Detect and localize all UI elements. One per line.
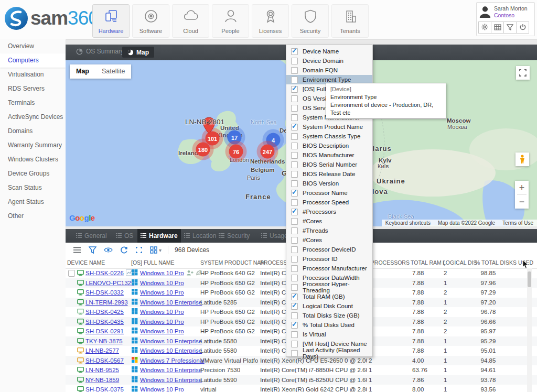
checkbox[interactable] <box>291 237 298 244</box>
chevron-down-icon[interactable]: ▾ <box>159 247 162 253</box>
column-header[interactable]: #PROCESSORS <box>368 259 410 266</box>
os-link[interactable]: Windows 7 Professional <box>140 357 205 364</box>
column-option-system-product-name[interactable]: System Product Name <box>286 122 372 132</box>
os-link[interactable]: Windows 10 Enterprise <box>140 377 202 383</box>
nav-licenses[interactable]: Licenses <box>252 4 289 38</box>
eye-icon[interactable] <box>104 247 113 253</box>
tab-general[interactable]: General <box>73 229 110 243</box>
sidebar-item-warranty-summary[interactable]: Warranty Summary <box>0 138 66 153</box>
sidebar-item-rds-servers[interactable]: RDS Servers <box>0 82 66 96</box>
user-org-link[interactable]: Contoso <box>494 12 528 19</box>
column-header[interactable]: LOGICAL DIS <box>443 259 477 266</box>
checkbox[interactable] <box>291 312 298 319</box>
power-button[interactable] <box>516 21 529 34</box>
gear-button[interactable] <box>478 21 491 34</box>
os-link[interactable]: Windows 10 Pro <box>140 319 184 325</box>
zoom-out-button[interactable]: − <box>515 195 529 209</box>
checkbox[interactable] <box>291 322 298 329</box>
checkbox[interactable] <box>291 77 298 83</box>
column-option-bios-manufacturer[interactable]: BIOS Manufacturer <box>286 150 372 160</box>
nav-tenants[interactable]: Tenants <box>331 4 369 38</box>
sidebar-item-scan-status[interactable]: Scan Status <box>0 181 66 195</box>
column-option-bios-serial-number[interactable]: BIOS Serial Number <box>286 160 372 169</box>
column-option-total-disks-size-gb-[interactable]: Total Disks Size (GB) <box>286 311 372 320</box>
column-header[interactable]: PROCESS <box>260 259 287 266</box>
sidebar-item-windows-clusters[interactable]: Windows Clusters <box>0 153 66 167</box>
column-option-processor-hyper-threading[interactable]: Processor Hyper-Threading <box>286 282 372 292</box>
nav-software[interactable]: Software <box>132 4 169 38</box>
device-link[interactable]: LN-TERM-2993 <box>85 299 128 306</box>
column-option-processor-manufacturer[interactable]: Processor Manufacturer <box>286 264 372 273</box>
os-link[interactable]: Windows 10 Pro <box>140 289 184 296</box>
os-link[interactable]: Windows 10 Pro <box>140 309 184 315</box>
column-header[interactable]: TOTAL RAM ( <box>411 259 445 266</box>
device-link[interactable]: SH-DSK-0567 <box>85 357 124 364</box>
column-option-bios-release-date[interactable]: BIOS Release Date <box>286 169 372 179</box>
column-option--total-disks-used[interactable]: % Total Disks Used <box>286 320 372 330</box>
checkbox[interactable] <box>291 180 298 187</box>
filter-icon[interactable] <box>89 246 96 254</box>
tab-os[interactable]: OS <box>113 229 136 243</box>
attribution-link[interactable]: Map data ©2022 Google <box>434 220 499 226</box>
column-option--cores[interactable]: #Cores <box>286 235 372 245</box>
os-link[interactable]: Windows 10 Pro <box>140 270 184 276</box>
column-header[interactable]: [OS] FULL NAME <box>131 259 174 266</box>
checkbox[interactable] <box>291 284 298 291</box>
map-cluster[interactable]: 17 <box>228 130 242 145</box>
column-option-last-activity-elapsed-days-[interactable]: Last Activity (Elapsed Days) <box>286 349 372 358</box>
checkbox[interactable] <box>291 114 298 121</box>
checkbox[interactable] <box>291 58 298 64</box>
os-link[interactable]: Windows 10 Pro <box>140 280 184 286</box>
checkbox[interactable] <box>291 218 298 225</box>
sam360-logo[interactable]: sam360 <box>4 6 99 30</box>
checkbox[interactable] <box>291 227 298 234</box>
map-cluster[interactable]: 180 <box>196 143 210 157</box>
device-link[interactable]: TKY-NB-3875 <box>85 338 123 344</box>
sidebar-item-virtualisation[interactable]: Virtualisation <box>0 68 66 82</box>
device-link[interactable]: SH-DSK-0425 <box>85 309 124 315</box>
checkbox[interactable] <box>291 161 298 168</box>
nav-cloud[interactable]: Cloud <box>172 4 209 38</box>
attribution-link[interactable]: Keyboard shortcuts <box>382 220 434 226</box>
column-option-processor-name[interactable]: Processor Name <box>286 188 372 198</box>
checkbox[interactable] <box>291 303 298 310</box>
table-row[interactable]: NY-NB-1859Windows 10 EnterpriseLatitude … <box>66 375 537 385</box>
checkbox[interactable] <box>291 67 298 74</box>
table-scrollbar[interactable] <box>527 268 532 392</box>
device-link[interactable]: SH-DSK-0291 <box>85 328 124 334</box>
column-header[interactable]: SYSTEM PRODUCT NAM <box>200 259 265 266</box>
column-option-processor-speed[interactable]: Processor Speed <box>286 198 372 207</box>
checkbox[interactable] <box>291 350 298 357</box>
google-logo[interactable]: Google <box>69 213 95 222</box>
column-option-domain-fqn[interactable]: Domain FQN <box>286 66 372 75</box>
view-tab-os-summary[interactable]: OS Summary <box>76 48 124 55</box>
checkbox[interactable] <box>291 190 298 197</box>
menu-icon[interactable] <box>73 247 81 253</box>
tab-location[interactable]: Location <box>181 229 219 243</box>
sidebar-item-activesync-devices[interactable]: ActiveSync Devices <box>0 110 66 124</box>
device-link[interactable]: LN-NB-2577 <box>85 347 119 354</box>
table-row[interactable]: LN-NB-9525Windows 10 EnterprisePrecision… <box>66 365 537 375</box>
column-option-processor-deviceid[interactable]: Processor DeviceID <box>286 245 372 254</box>
scrollbar-thumb[interactable] <box>528 271 531 287</box>
checkbox[interactable] <box>291 86 298 93</box>
tab-security[interactable]: Security <box>216 229 253 243</box>
checkbox[interactable] <box>291 293 298 300</box>
checkbox[interactable] <box>291 331 298 338</box>
column-option-device-name[interactable]: Device Name <box>286 47 372 56</box>
checkbox[interactable] <box>291 124 298 130</box>
checkbox[interactable] <box>291 209 298 215</box>
column-option-processor-id[interactable]: Processor ID <box>286 254 372 264</box>
checkbox[interactable] <box>291 256 298 263</box>
checkbox[interactable] <box>291 171 298 178</box>
device-link[interactable]: NY-NB-1859 <box>85 377 119 383</box>
map-type-map[interactable]: Map <box>70 64 95 79</box>
column-option-logical-disk-count[interactable]: Logical Disk Count <box>286 301 372 311</box>
os-link[interactable]: Windows 10 Enterprise <box>140 367 202 373</box>
checkbox[interactable] <box>291 143 298 149</box>
device-link[interactable]: SH-DSK-0375 <box>85 386 124 392</box>
device-link[interactable]: SH-DSK-0332 <box>85 289 124 296</box>
map-cluster[interactable]: 76 <box>229 145 243 159</box>
checkbox[interactable] <box>291 95 298 102</box>
checkbox[interactable] <box>291 133 298 140</box>
